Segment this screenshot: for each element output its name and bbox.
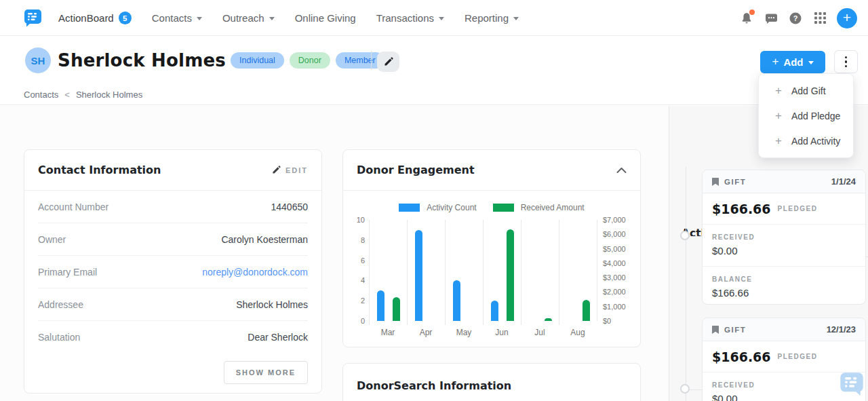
plus-icon: + (774, 84, 783, 98)
menu-item-label: Add Gift (791, 85, 826, 96)
chevron-down-icon (808, 61, 814, 64)
chart-left-axis: 1086420 (343, 215, 365, 326)
bar-received-amount (393, 297, 400, 321)
email-link[interactable]: noreply@donordock.com (202, 267, 308, 278)
contact-card-title: Contact Information (38, 164, 161, 176)
donor-engagement-chart: Activity Count Received Amount 1086420 $… (343, 191, 640, 348)
main-nav: ActionBoard 5 Contacts Outreach Online G… (58, 0, 519, 36)
contact-information-card: Contact Information EDIT Account Number … (24, 149, 322, 394)
bookmark-icon (712, 326, 719, 334)
contact-field-row: Addressee Sherlock Holmes (38, 288, 308, 321)
gift-type-label: GIFT (724, 326, 746, 334)
add-button[interactable]: + Add (760, 51, 825, 73)
help-icon[interactable]: ? (788, 11, 803, 26)
donorsearch-card: DonorSearch Information (342, 363, 641, 401)
apps-grid-icon[interactable] (812, 11, 827, 26)
bar-received-amount (507, 229, 514, 321)
donor-engagement-card: Donor Engagement Activity Count Received… (342, 149, 641, 347)
gift-type-label: GIFT (724, 178, 746, 186)
add-dropdown-menu: + Add Gift + Add Pledge + Add Activity (758, 73, 854, 158)
right-axis-tick: $7,000 (603, 215, 638, 225)
gift-status-label: PLEDGED (778, 353, 818, 360)
chart-plot (369, 220, 597, 321)
bar-activity-count (453, 280, 460, 321)
contact-field-row: Primary Email noreply@donordock.com (38, 256, 308, 288)
nav-reporting-label: Reporting (465, 12, 509, 24)
chevron-up-icon[interactable] (616, 167, 627, 174)
pencil-icon (272, 166, 281, 174)
edit-contact-button[interactable]: EDIT (272, 166, 308, 174)
nav-reporting[interactable]: Reporting (465, 12, 519, 24)
detail-value: $0.00 (712, 393, 856, 401)
right-axis-tick: $2,000 (603, 287, 638, 297)
bar-activity-count (415, 230, 422, 321)
bookmark-icon (712, 178, 719, 186)
messages-icon[interactable] (764, 11, 778, 26)
tag-donor[interactable]: Donor (290, 52, 330, 69)
field-value: Sherlock Holmes (236, 299, 308, 310)
chart-category-mar (369, 220, 407, 325)
edit-tags-button[interactable] (377, 52, 399, 72)
nav-online-giving[interactable]: Online Giving (295, 12, 356, 24)
gift-balance-row: BALANCE $166.66 (703, 267, 865, 305)
chevron-down-icon (439, 17, 444, 20)
chart-category-jul (521, 220, 559, 325)
chart-right-axis: $7,000$6,000$5,000$4,000$3,000$2,000$1,0… (603, 215, 638, 326)
actionboard-count-badge: 5 (119, 12, 132, 24)
timeline-line (686, 167, 686, 401)
breadcrumb: Contacts < Sherlock Holmes (0, 85, 868, 105)
legend-swatch-received (493, 204, 514, 212)
detail-value: $0.00 (712, 245, 856, 256)
right-axis-tick: $6,000 (603, 229, 638, 239)
tag-individual[interactable]: Individual (231, 52, 284, 69)
breadcrumb-contacts[interactable]: Contacts (24, 90, 58, 100)
timeline-dot (680, 231, 690, 240)
right-axis-tick: $4,000 (603, 259, 638, 268)
notifications-bell-icon[interactable] (739, 11, 754, 26)
nav-contacts[interactable]: Contacts (152, 12, 202, 24)
gift-date: 12/1/23 (827, 324, 856, 335)
divider (371, 51, 372, 70)
gift-received-row: RECEIVED $0.00 (703, 225, 865, 267)
field-label: Owner (38, 234, 66, 245)
detail-label: BALANCE (712, 275, 856, 283)
x-axis-label: May (445, 328, 483, 337)
legend-label-activity: Activity Count (427, 203, 476, 212)
field-value: Dear Sherlock (248, 332, 308, 343)
gift-status-label: PLEDGED (778, 205, 818, 212)
field-value: Carolyn Koesterman (221, 234, 308, 245)
donordock-logo-icon[interactable] (24, 9, 42, 27)
field-label: Addressee (38, 299, 83, 310)
chart-category-may (445, 220, 483, 325)
gift-card-1[interactable]: GIFT 1/1/24 $166.66 PLEDGED RECEIVED $0.… (702, 170, 866, 305)
menu-item-add-activity[interactable]: + Add Activity (759, 128, 853, 153)
show-more-button[interactable]: SHOW MORE (224, 361, 308, 384)
menu-item-add-gift[interactable]: + Add Gift (759, 78, 853, 103)
top-navbar: ActionBoard 5 Contacts Outreach Online G… (0, 0, 868, 36)
donorsearch-title: DonorSearch Information (357, 379, 511, 392)
nav-outreach[interactable]: Outreach (222, 12, 275, 24)
chart-category-aug (559, 220, 597, 325)
left-axis-tick: 2 (343, 296, 365, 305)
more-options-button[interactable] (834, 50, 858, 73)
chat-widget-icon[interactable] (840, 372, 864, 396)
contact-tags: Individual Donor Member (231, 52, 384, 69)
avatar: SH (25, 47, 51, 73)
chevron-down-icon (269, 17, 275, 20)
x-axis-label: Jun (483, 328, 521, 337)
nav-actionboard[interactable]: ActionBoard 5 (58, 12, 132, 24)
edit-label: EDIT (285, 166, 308, 174)
menu-item-add-pledge[interactable]: + Add Pledge (759, 103, 853, 128)
bar-activity-count (491, 301, 498, 321)
nav-outreach-label: Outreach (222, 12, 264, 24)
nav-transactions[interactable]: Transactions (376, 12, 444, 24)
right-axis-tick: $5,000 (603, 244, 638, 254)
detail-label: RECEIVED (712, 233, 856, 241)
quick-add-button[interactable]: + (837, 8, 857, 28)
chart-category-apr (407, 220, 445, 325)
x-axis-label: Aug (559, 328, 597, 337)
donor-engagement-title: Donor Engagement (357, 164, 475, 176)
contact-field-row: Account Number 1440650 (38, 191, 308, 223)
field-label: Primary Email (38, 267, 97, 278)
left-axis-tick: 8 (343, 235, 365, 245)
